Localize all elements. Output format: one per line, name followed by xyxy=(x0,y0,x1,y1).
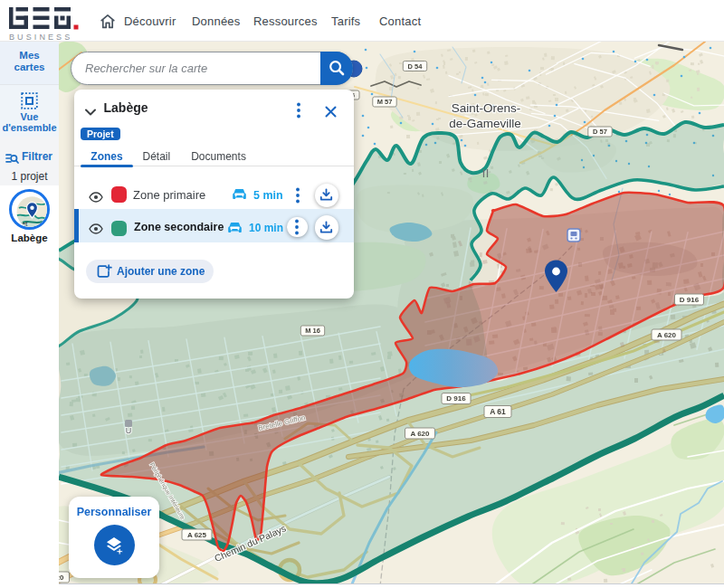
svg-text:A 620: A 620 xyxy=(59,574,64,582)
svg-text:A 61: A 61 xyxy=(490,407,506,416)
svg-text:A 625: A 625 xyxy=(187,531,207,539)
svg-text:net: net xyxy=(18,220,28,228)
svg-text:Saint-Orens-: Saint-Orens- xyxy=(452,101,521,115)
svg-text:D 54: D 54 xyxy=(408,62,424,71)
svg-text:D 916: D 916 xyxy=(680,296,700,304)
svg-text:M 57: M 57 xyxy=(377,98,393,106)
svg-text:A 620: A 620 xyxy=(410,430,430,438)
svg-text:de-Gameville: de-Gameville xyxy=(449,117,521,130)
svg-text:BUSINESS: BUSINESS xyxy=(9,33,72,42)
svg-text:M 16: M 16 xyxy=(305,327,320,335)
svg-text:D 916: D 916 xyxy=(446,394,466,403)
svg-text:A 620: A 620 xyxy=(657,331,677,339)
svg-text:D 57: D 57 xyxy=(593,128,607,136)
svg-text:U: U xyxy=(126,426,132,435)
